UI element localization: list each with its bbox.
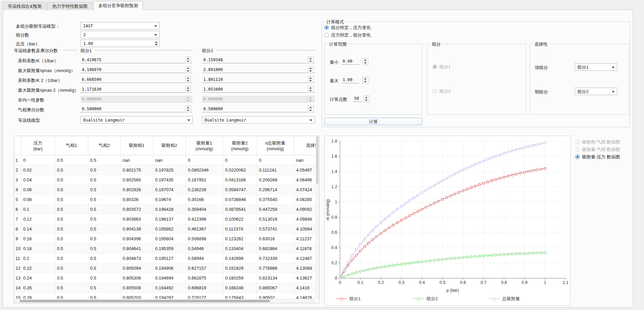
spin-buttons-icon[interactable]	[154, 41, 159, 46]
table-row-number[interactable]: 14	[14, 283, 21, 293]
data-point	[396, 264, 398, 266]
param-spinbox-comp2[interactable]: 2.891000	[202, 66, 315, 73]
table-horizontal-scrollbar[interactable]	[14, 299, 316, 303]
table-header-cell[interactable]: 吸附量1(mmol/g)	[186, 136, 223, 155]
table-cell: 0.238239	[186, 185, 223, 195]
spin-buttons-icon[interactable]	[185, 76, 191, 83]
spin-buttons-icon[interactable]	[185, 86, 191, 93]
param-spinbox-comp1[interactable]: 4.106970	[80, 66, 192, 73]
table-row-number[interactable]: 6	[14, 204, 21, 214]
table-row-number[interactable]: 15	[14, 293, 21, 299]
data-point	[343, 275, 345, 278]
scrollbar-thumb[interactable]	[316, 136, 318, 184]
spin-buttons-icon[interactable]	[185, 57, 191, 63]
data-point	[417, 210, 419, 212]
spin-buttons-icon[interactable]	[308, 106, 314, 112]
isotherm-model-combo-comp2[interactable]: Dualsite Langmuir	[202, 116, 315, 124]
spin-buttons-icon[interactable]	[308, 66, 314, 73]
table-header-cell[interactable]: n总吸附量(mmol/g)	[257, 136, 294, 155]
param-spinbox-comp2[interactable]: 1.053490	[202, 86, 315, 93]
table-header-cell[interactable]	[14, 136, 21, 155]
table-header-cell[interactable]: 气相2	[88, 136, 120, 155]
table-cell: 0.359404	[186, 204, 223, 214]
points-count-spinbox[interactable]: 50	[353, 95, 362, 102]
table-header-cell[interactable]: 压力(bar)	[21, 136, 55, 155]
range-min-spinbox[interactable]: 0.00	[341, 58, 360, 65]
table-cell: 0.5	[88, 155, 120, 165]
strong-component-combo[interactable]: 组分1	[575, 63, 617, 71]
tab-isotherm-fit[interactable]: 等温线拟合&预测	[3, 2, 47, 10]
data-point	[343, 269, 345, 271]
radio-loading-pressure-plot[interactable]: 吸附量-压力 数据图	[575, 154, 620, 160]
table-header-cell[interactable]: 吸附相2	[153, 136, 186, 155]
table-row-number[interactable]: 10	[14, 244, 21, 253]
range-max-value: 1.00	[343, 78, 352, 82]
radio-selected-icon[interactable]	[324, 25, 329, 30]
data-point	[454, 193, 456, 195]
table-row-number[interactable]: 5	[14, 195, 21, 204]
table-row-number[interactable]: 4	[14, 185, 21, 195]
chevron-down-icon[interactable]	[187, 119, 190, 121]
calculate-button[interactable]: 计算	[324, 118, 422, 125]
param-spinbox-comp2[interactable]: 1.801110	[202, 76, 315, 83]
spin-buttons-icon[interactable]	[308, 57, 314, 63]
table-header-cell[interactable]: 气相1	[55, 136, 88, 155]
component1-column-header: 组分1	[80, 48, 92, 54]
legend-item-组分1[interactable]: 组分1	[336, 296, 361, 302]
table-row-number[interactable]: 2	[14, 165, 21, 175]
component-count-combo[interactable]: 2	[80, 31, 160, 38]
chevron-down-icon[interactable]	[154, 34, 157, 36]
spin-buttons-icon[interactable]	[185, 106, 191, 112]
param-spinbox-comp2[interactable]: 0.159348	[202, 57, 315, 63]
table-row-number[interactable]: 11	[14, 253, 21, 263]
chevron-down-icon[interactable]	[612, 91, 615, 93]
spin-buttons-icon[interactable]	[364, 95, 369, 102]
param-spinbox-comp2[interactable]: 0.500000	[202, 106, 315, 112]
scrollbar-thumb[interactable]	[20, 300, 270, 302]
calc-mode-title: 计算模式	[325, 19, 346, 25]
isotherm-model-combo-comp1[interactable]: Dualsite Langmuir	[80, 116, 193, 124]
table-row-number[interactable]: 1	[14, 155, 21, 165]
radio-mode-component-fixed[interactable]: 组分恒定，压力变化	[324, 25, 371, 31]
chevron-down-icon[interactable]	[154, 25, 157, 27]
table-row-number[interactable]: 13	[14, 273, 21, 283]
param-spinbox-comp1[interactable]: 0.419675	[80, 57, 192, 63]
table-header-cell[interactable]: 吸附量2(mmol/g)	[223, 136, 257, 155]
param-spinbox-comp1[interactable]: 0.500000	[80, 106, 192, 112]
table-row-number[interactable]: 9	[14, 234, 21, 244]
table-row-number[interactable]: 3	[14, 175, 21, 185]
legend-item-组分2[interactable]: 组分2	[413, 296, 438, 302]
radio-unselected-icon[interactable]	[324, 33, 329, 37]
table-vertical-scrollbar[interactable]	[316, 136, 319, 299]
table-row: 80.140.50.50.8041380.1958620.4613670.112…	[14, 224, 316, 234]
spin-buttons-icon[interactable]	[363, 77, 368, 84]
range-max-spinbox[interactable]: 1.00	[341, 76, 360, 83]
tab-thermo-data[interactable]: 热力学特性数据图	[47, 2, 93, 10]
weak-component-combo[interactable]: 组分2	[575, 88, 617, 95]
table-header-cell[interactable]: 选择性	[294, 136, 316, 155]
table-header-row: 压力(bar)气相1气相2吸附相1吸附相2吸附量1(mmol/g)吸附量2(mm…	[14, 136, 316, 155]
chevron-down-icon[interactable]	[612, 67, 615, 68]
tab-multicomponent-prediction[interactable]: 多组分竞争吸附预测	[93, 1, 143, 10]
data-point	[351, 254, 353, 257]
radio-selected-icon[interactable]	[575, 155, 580, 159]
table-cell: 0.02	[21, 165, 55, 175]
total-pressure-spinbox[interactable]: 1.00	[80, 40, 160, 47]
spin-buttons-icon[interactable]	[363, 58, 368, 65]
table-header-cell[interactable]: 吸附相1	[120, 136, 153, 155]
chevron-down-icon[interactable]	[309, 119, 312, 121]
results-table-viewport: 压力(bar)气相1气相2吸附相1吸附相2吸附量1(mmol/g)吸附量2(mm…	[14, 136, 316, 299]
results-table-container: 压力(bar)气相1气相2吸附相1吸附相2吸附量1(mmol/g)吸附量2(mm…	[14, 136, 319, 303]
table-row-number[interactable]: 12	[14, 263, 21, 273]
table-row-number[interactable]: 7	[14, 214, 21, 224]
spin-buttons-icon[interactable]	[308, 86, 314, 93]
model-combo[interactable]: IAST	[80, 22, 160, 29]
table-row-number[interactable]: 8	[14, 224, 21, 234]
radio-component1: 组分1	[433, 64, 451, 70]
legend-item-总吸附量[interactable]: 总吸附量	[488, 296, 520, 302]
spin-buttons-icon[interactable]	[185, 66, 191, 73]
radio-mode-pressure-fixed[interactable]: 压力恒定，组分变化	[324, 32, 371, 38]
param-spinbox-comp1[interactable]: 1.171630	[80, 86, 192, 93]
param-spinbox-comp1[interactable]: 6.668500	[80, 76, 192, 83]
spin-buttons-icon[interactable]	[308, 76, 314, 83]
